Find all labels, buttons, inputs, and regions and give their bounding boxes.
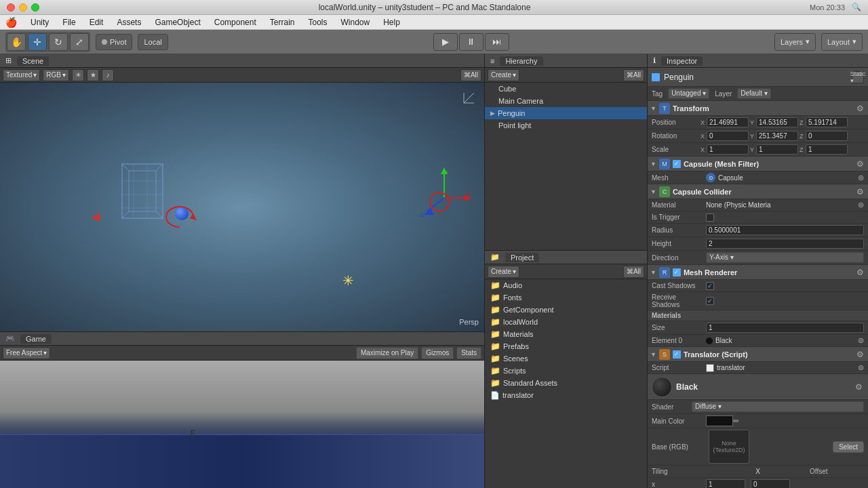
menu-tools[interactable]: Tools — [302, 16, 332, 28]
scene-view[interactable]: ✳ — [0, 83, 484, 331]
aspect-dropdown[interactable]: Free Aspect ▾ — [3, 347, 50, 359]
tiling-x-field[interactable] — [706, 479, 745, 488]
object-static-btn[interactable]: Static ▾ — [852, 71, 864, 83]
mesh-renderer-settings[interactable]: ⚙ — [854, 267, 865, 278]
step-button[interactable]: ⏭ — [485, 33, 509, 51]
stats-btn[interactable]: Stats — [456, 347, 481, 359]
menu-edit[interactable]: Edit — [84, 16, 109, 28]
maximize-button[interactable] — [31, 3, 39, 12]
minimize-button[interactable] — [19, 3, 27, 12]
hierarchy-search[interactable]: ⌘All — [623, 69, 644, 81]
main-color-swatch[interactable] — [706, 415, 733, 426]
scene-lighting-btn[interactable]: ☀ — [72, 69, 84, 81]
receive-shadows-checkbox[interactable] — [706, 297, 714, 305]
project-tab[interactable]: Project — [505, 253, 539, 262]
project-item-scenes[interactable]: 📁 Scenes — [485, 352, 647, 365]
object-enable-checkbox[interactable] — [652, 73, 660, 81]
project-create[interactable]: Create ▾ — [488, 266, 519, 278]
menu-gameobject[interactable]: GameObject — [149, 16, 205, 28]
capsule-collider-settings[interactable]: ⚙ — [854, 186, 865, 197]
project-item-standard-assets[interactable]: 📁 Standard Assets — [485, 377, 647, 389]
render-mode-dropdown[interactable]: Textured ▾ — [3, 69, 40, 81]
hierarchy-item-main-camera[interactable]: Main Camera — [485, 95, 647, 107]
project-search[interactable]: ⌘All — [623, 266, 644, 278]
scene-search[interactable]: ⌘All — [460, 69, 481, 81]
layers-dropdown[interactable]: Layers ▾ — [774, 33, 816, 51]
translator-toggle[interactable]: ✓ — [673, 350, 681, 359]
menu-terrain[interactable]: Terrain — [264, 16, 300, 28]
mesh-filter-header[interactable]: ▼ M ✓ Capsule (Mesh Filter) ⚙ — [648, 157, 868, 171]
translator-settings[interactable]: ⚙ — [854, 349, 865, 360]
hierarchy-item-cube[interactable]: Cube — [485, 83, 647, 95]
script-checkbox[interactable] — [706, 364, 714, 372]
radius-field[interactable] — [706, 225, 864, 235]
offset-x-field[interactable] — [751, 479, 790, 488]
project-item-audio[interactable]: 📁 Audio — [485, 279, 647, 291]
shader-dropdown[interactable]: Diffuse ▾ — [692, 401, 864, 412]
project-item-prefabs[interactable]: 📁 Prefabs — [485, 340, 647, 352]
is-trigger-checkbox[interactable] — [706, 214, 714, 222]
rgb-dropdown[interactable]: RGB ▾ — [43, 69, 69, 81]
color-pencil-icon[interactable]: ✏ — [733, 417, 739, 426]
local-button[interactable]: Local — [138, 34, 167, 50]
rotation-y[interactable] — [756, 131, 798, 141]
position-y[interactable] — [756, 117, 798, 127]
select-button[interactable]: Select — [833, 441, 864, 453]
mesh-renderer-toggle[interactable]: ✓ — [673, 268, 681, 277]
inspector-tab[interactable]: Inspector — [661, 56, 703, 66]
material-settings[interactable]: ⚙ — [853, 382, 864, 392]
translator-header[interactable]: ▼ S ✓ Translator (Script) ⚙ — [648, 347, 868, 362]
project-item-translator[interactable]: 📄 translator — [485, 389, 647, 401]
hierarchy-tab[interactable]: Hierarchy — [500, 56, 542, 66]
play-button[interactable]: ▶ — [433, 33, 458, 51]
menu-help[interactable]: Help — [378, 16, 406, 28]
rotate-tool[interactable]: ↻ — [49, 33, 68, 51]
scene-audio-btn[interactable]: ♪ — [102, 69, 114, 81]
close-button[interactable] — [7, 3, 15, 12]
scale-tool[interactable]: ⤢ — [70, 33, 89, 51]
menu-component[interactable]: Component — [209, 16, 262, 28]
menu-file[interactable]: File — [57, 16, 81, 28]
mesh-renderer-header[interactable]: ▼ R ✓ Mesh Renderer ⚙ — [648, 265, 868, 280]
scale-y[interactable] — [756, 144, 798, 155]
mesh-link-icon[interactable]: ⊚ — [858, 174, 864, 182]
game-tab[interactable]: Game — [20, 334, 52, 344]
height-field[interactable] — [706, 239, 864, 249]
transform-header[interactable]: ▼ T Transform ⚙ — [648, 101, 868, 116]
size-field[interactable] — [706, 323, 864, 333]
hierarchy-item-penguin[interactable]: ▶ Penguin — [485, 107, 647, 119]
hand-tool[interactable]: ✋ — [7, 33, 26, 51]
search-icon[interactable]: 🔍 — [852, 3, 861, 12]
script-link[interactable]: ⊚ — [858, 363, 864, 372]
texture-slot[interactable]: None(Texture2D) — [709, 430, 749, 464]
layer-dropdown[interactable]: Default ▾ — [737, 88, 770, 99]
layout-dropdown[interactable]: Layout ▾ — [821, 33, 863, 51]
project-item-getcomponent[interactable]: 📁 GetComponent — [485, 304, 647, 316]
scale-z[interactable] — [806, 144, 848, 155]
mesh-filter-toggle[interactable]: ✓ — [673, 160, 681, 168]
project-item-fonts[interactable]: 📁 Fonts — [485, 291, 647, 304]
position-z[interactable] — [806, 117, 848, 127]
capsule-collider-header[interactable]: ▼ C Capsule Collider ⚙ — [648, 184, 868, 199]
cast-shadows-checkbox[interactable] — [706, 282, 714, 290]
hierarchy-create[interactable]: Create ▾ — [488, 69, 519, 81]
position-x[interactable] — [707, 117, 749, 127]
project-item-localworld[interactable]: 📁 localWorld — [485, 316, 647, 328]
col-material-link[interactable]: ⊚ — [858, 201, 864, 209]
apple-menu[interactable]: 🍎 — [5, 17, 17, 28]
mesh-filter-settings-icon[interactable]: ⚙ — [854, 159, 865, 169]
project-item-materials[interactable]: 📁 Materials — [485, 328, 647, 340]
scene-tab[interactable]: Scene — [17, 56, 49, 66]
scale-x[interactable] — [707, 144, 749, 155]
game-view[interactable]: ε — [0, 361, 484, 488]
scene-fx-btn[interactable]: ★ — [87, 69, 99, 81]
menu-window[interactable]: Window — [336, 16, 376, 28]
pivot-button[interactable]: Pivot — [96, 34, 132, 50]
rotation-x[interactable] — [707, 131, 749, 141]
project-item-scripts[interactable]: 📁 Scripts — [485, 365, 647, 377]
gizmos-btn[interactable]: Gizmos — [421, 347, 454, 359]
pause-button[interactable]: ⏸ — [459, 33, 484, 51]
transform-settings-icon[interactable]: ⚙ — [854, 103, 865, 114]
maximize-on-play-btn[interactable]: Maximize on Play — [356, 347, 418, 359]
rotation-z[interactable] — [806, 131, 848, 141]
